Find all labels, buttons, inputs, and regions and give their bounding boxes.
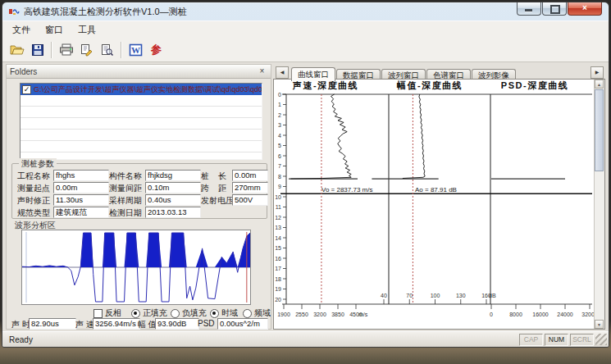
scroll-up-button[interactable]: ▲ <box>595 80 604 89</box>
svg-text:W: W <box>131 45 140 55</box>
x-tick-label: 3200 <box>313 312 326 317</box>
x-tick-label: 130 <box>456 293 466 298</box>
x-tick-label: 70 <box>406 293 413 298</box>
pile-params-title: 测桩参数 <box>19 158 57 170</box>
print-setup-button[interactable] <box>76 40 97 60</box>
radio-icon <box>171 309 180 318</box>
tab-scroll-left-button[interactable]: ◀ <box>276 66 289 79</box>
param-label-6: 声时修正 <box>17 195 50 207</box>
fill-negative-radio[interactable]: 负填充 <box>171 307 207 319</box>
param-value-2[interactable]: 0.00m <box>232 170 268 181</box>
curve-view-pane: ◀ ▶ 曲线窗口数据窗口波列窗口色谱窗口波列影像 012345678910111… <box>273 64 605 330</box>
print-preview-button[interactable] <box>97 40 117 60</box>
menu-item-2[interactable]: 工具 <box>71 22 103 38</box>
param-value-0[interactable]: fhghs <box>53 170 109 181</box>
file-list-item[interactable]: ✓G:\公司产品设计开发\超声仪器\超声仪实地检测数据\调试\qd\qd03\q… <box>21 84 262 95</box>
invert-checkbox-label: 反相 <box>105 307 121 319</box>
client-area: Folders × ✓G:\公司产品设计开发\超声仪器\超声仪实地检测数据\调试… <box>2 62 609 331</box>
fill-positive-radio[interactable]: 正填充 <box>131 307 167 319</box>
wave-field-value-2[interactable]: 93.90dB <box>155 318 199 330</box>
pile-params-groupbox: 测桩参数 工程名称fhghs构件名称fhjkdsg桩 长0.00m测量起点0.0… <box>11 163 267 219</box>
freq-domain-radio[interactable]: 频域 <box>243 307 271 319</box>
wave-field-value-1[interactable]: 3256.94m/s <box>93 318 140 330</box>
window-title: 高铁建筑混凝土检测分析软件V1.0—测桩 <box>24 6 187 18</box>
param-value-3[interactable]: 0.00m <box>53 182 109 193</box>
param-value-8[interactable]: 500V <box>232 194 268 206</box>
scroll-down-button[interactable]: ▼ <box>595 320 604 329</box>
folders-panel-title: Folders <box>10 67 257 76</box>
wave-field-value-3[interactable]: 0.00us^2/m <box>217 318 268 330</box>
panel-title: 幅值-深度曲线 <box>396 80 463 90</box>
param-value-10[interactable]: 2013.03.13 <box>145 207 201 218</box>
param-value-5[interactable]: 270mm <box>232 182 268 193</box>
depth-tick-label: 6 <box>278 153 281 159</box>
menu-bar: 文件窗口工具 <box>2 20 609 39</box>
toolbar-separator <box>121 42 122 58</box>
scroll-thumb[interactable] <box>595 89 604 171</box>
param-label-7: 采样周期 <box>109 195 142 207</box>
toolbar: W参 <box>2 39 609 62</box>
status-indicator-num: NUM <box>545 334 568 346</box>
chart-scrollbar[interactable]: ▲ ▼ <box>594 80 604 329</box>
tab-scroll-right-button[interactable]: ▶ <box>590 66 604 79</box>
file-list-empty-row <box>21 95 262 107</box>
open-folder-icon <box>10 43 25 57</box>
print-icon <box>59 43 74 57</box>
minimize-button[interactable] <box>517 2 541 16</box>
chart-area[interactable]: 0123456789101112131415161718192019002550… <box>273 79 605 330</box>
checkbox-icon <box>93 309 103 318</box>
depth-tick-label: 3 <box>278 122 281 128</box>
file-list[interactable]: ✓G:\公司产品设计开发\超声仪器\超声仪实地检测数据\调试\qd\qd03\q… <box>20 83 262 160</box>
close-icon: × <box>582 3 587 12</box>
depth-tick-label: 9 <box>278 184 281 189</box>
radio-icon <box>210 309 219 318</box>
wave-field-label-3: PSD <box>198 319 215 328</box>
param-label-10: 检测日期 <box>109 207 142 219</box>
params-button[interactable]: 参 <box>146 40 166 60</box>
time-domain-radio[interactable]: 时域 <box>210 307 238 319</box>
x-tick-label: 24000 <box>557 312 573 317</box>
profile-curve <box>403 94 425 179</box>
print-button[interactable] <box>56 40 76 60</box>
maximize-button[interactable] <box>542 2 567 16</box>
x-axis-unit: dB <box>489 293 496 298</box>
menu-item-0[interactable]: 文件 <box>5 22 38 38</box>
depth-tick-label: 7 <box>278 163 281 169</box>
param-value-9[interactable]: 建筑规范 <box>53 207 109 218</box>
desktop: 高铁建筑混凝土检测分析软件V1.0—测桩 × 文件窗口工具 W参 Folders… <box>0 0 611 364</box>
file-checkbox[interactable]: ✓ <box>22 85 31 94</box>
file-list-empty-row <box>21 141 262 152</box>
x-axis-unit: m/s <box>358 312 368 317</box>
depth-tick-label: 12 <box>275 215 281 221</box>
folders-close-button[interactable]: × <box>257 66 267 76</box>
title-bar[interactable]: 高铁建筑混凝土检测分析软件V1.0—测桩 × <box>2 2 609 20</box>
folders-panel-header: Folders × <box>7 65 271 79</box>
resize-grip[interactable] <box>595 334 607 345</box>
tab-0[interactable]: 曲线窗口 <box>291 67 335 81</box>
freq-domain-radio-label: 频域 <box>254 307 271 319</box>
param-value-6[interactable]: 11.30us <box>53 194 109 206</box>
radio-icon <box>243 309 252 318</box>
status-indicator-scrl: SCRL <box>570 334 594 346</box>
panel-title: 声速-深度曲线 <box>292 80 358 90</box>
save-icon <box>31 43 44 57</box>
param-value-1[interactable]: fhjkdsg <box>145 170 201 181</box>
waveform-area[interactable] <box>21 230 251 305</box>
word-button[interactable]: W <box>125 40 146 60</box>
invert-checkbox[interactable]: 反相 <box>93 307 121 319</box>
x-tick-label: 1900 <box>277 312 290 317</box>
menu-item-1[interactable]: 窗口 <box>38 22 71 38</box>
save-button[interactable] <box>27 40 48 60</box>
app-window: 高铁建筑混凝土检测分析软件V1.0—测桩 × 文件窗口工具 W参 Folders… <box>2 2 609 348</box>
depth-tick-label: 20 <box>275 297 281 303</box>
tab-bar: ◀ ▶ 曲线窗口数据窗口波列窗口色谱窗口波列影像 <box>273 64 605 79</box>
close-button[interactable]: × <box>568 2 602 16</box>
status-indicator-cap: CAP <box>519 334 543 346</box>
param-value-7[interactable]: 0.40us <box>145 194 201 206</box>
param-value-4[interactable]: 0.10m <box>145 182 201 193</box>
x-tick-label: 0 <box>490 312 493 317</box>
open-folder-button[interactable] <box>7 40 27 60</box>
depth-tick-label: 5 <box>278 143 281 148</box>
wave-field-value-0[interactable]: 82.90us <box>29 318 76 330</box>
depth-tick-label: 13 <box>275 225 281 230</box>
